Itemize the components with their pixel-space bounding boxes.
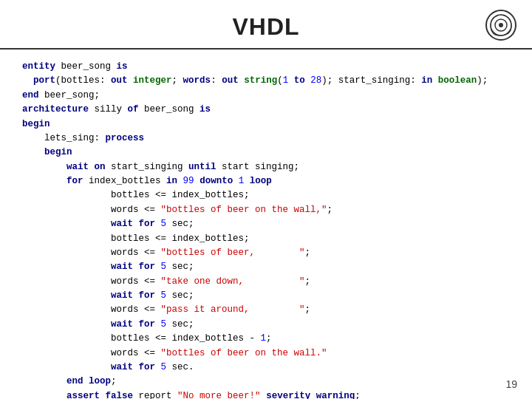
slide-title: VHDL: [232, 13, 299, 41]
svg-point-3: [499, 23, 503, 27]
logo-icon: [485, 9, 517, 41]
slide: VHDL entity beer_song is port(bottles: o…: [0, 0, 532, 399]
code-block: entity beer_song is port(bottles: out in…: [22, 60, 510, 399]
page-number: 19: [505, 378, 517, 390]
code-content: entity beer_song is port(bottles: out in…: [0, 50, 532, 399]
slide-header: VHDL: [0, 0, 532, 50]
